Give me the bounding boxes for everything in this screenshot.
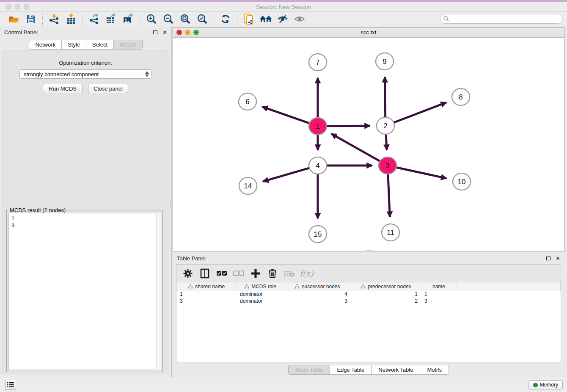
run-mcds-button[interactable]: Run MCDS <box>43 84 83 93</box>
network-window-titlebar[interactable]: ✕ − + scc.txt <box>173 28 564 38</box>
function-builder-button[interactable]: f(x) <box>301 268 312 279</box>
graph-node-11[interactable]: 11 <box>382 224 399 241</box>
mcds-result-text[interactable]: 1 3 <box>8 213 161 370</box>
table-close-icon[interactable]: ✕ <box>556 255 560 262</box>
close-panel-button[interactable]: Close panel <box>88 84 128 93</box>
graph-edge-2-3[interactable] <box>386 135 387 150</box>
graph-edge-2-9[interactable] <box>385 77 385 117</box>
window-title: Session: New Session <box>0 4 567 10</box>
open-folder-icon <box>8 14 19 24</box>
graph-node-15[interactable]: 15 <box>309 226 327 243</box>
network-canvas[interactable]: 7968124314101511 <box>173 38 564 251</box>
import-table-button[interactable] <box>64 13 78 25</box>
task-history-button[interactable] <box>5 380 16 390</box>
graph-edge-3-11[interactable] <box>388 174 390 217</box>
graph-edge-1-2[interactable] <box>327 126 370 126</box>
graph-edge-1-6[interactable] <box>262 107 309 123</box>
export-network-icon <box>89 14 100 25</box>
table-settings-button[interactable] <box>182 268 193 279</box>
export-image-icon <box>123 14 134 25</box>
network-close-button[interactable]: ✕ <box>176 30 182 35</box>
column-header-successor-nodes[interactable]: successor nodes <box>284 282 351 291</box>
export-network-button[interactable] <box>87 13 102 25</box>
graph-node-4[interactable]: 4 <box>309 157 327 174</box>
delete-row-button[interactable] <box>267 268 278 279</box>
result-scrollbar[interactable] <box>156 213 161 370</box>
tab-motifs[interactable]: Motifs <box>420 365 449 375</box>
open-session-button[interactable] <box>7 13 21 25</box>
network-maximize-button[interactable]: + <box>193 30 199 35</box>
network-resize-grip[interactable] <box>366 250 372 251</box>
apply-layout-button[interactable] <box>218 13 233 25</box>
export-table-button[interactable] <box>104 13 118 25</box>
graph-node-8[interactable]: 8 <box>452 88 470 105</box>
column-header-shared-name[interactable]: shared name <box>176 282 237 291</box>
graph-node-9[interactable]: 9 <box>376 53 394 70</box>
graph-edge-2-8[interactable] <box>394 102 446 122</box>
svg-text:15: 15 <box>314 230 322 238</box>
clone-network-button[interactable] <box>242 13 256 25</box>
network-minimize-button[interactable]: − <box>185 30 190 35</box>
import-network-button[interactable] <box>47 13 61 25</box>
graph-node-10[interactable]: 10 <box>453 173 471 190</box>
graph-node-7[interactable]: 7 <box>309 54 327 71</box>
first-neighbors-button[interactable] <box>259 13 273 25</box>
column-header-name[interactable]: name <box>421 282 457 291</box>
tab-mcds[interactable]: MCDS <box>114 40 142 50</box>
tab-node-table[interactable]: Node Table <box>288 365 330 375</box>
svg-text:2: 2 <box>383 122 387 130</box>
zoom-in-button[interactable] <box>144 13 159 25</box>
table-float-icon[interactable] <box>546 257 550 260</box>
criterion-dropdown[interactable]: strongly connected component <box>19 69 151 79</box>
tab-select[interactable]: Select <box>86 40 114 50</box>
select-all-button[interactable] <box>216 268 227 279</box>
save-floppy-icon <box>26 14 36 24</box>
graph-node-2[interactable]: 2 <box>377 117 394 134</box>
column-header-mcds-role[interactable]: MCDS role <box>237 282 284 291</box>
deselect-all-button[interactable] <box>233 268 244 279</box>
search-box[interactable] <box>440 14 563 24</box>
criterion-label: Optimization criterion: <box>3 60 168 66</box>
delete-table-button[interactable] <box>284 268 295 279</box>
table-row[interactable]: 1 dominator 4 1 1 <box>176 291 561 298</box>
graph-node-6[interactable]: 6 <box>239 93 256 110</box>
graph-node-3[interactable]: 3 <box>379 157 396 174</box>
graph-edge-3-10[interactable] <box>396 167 446 178</box>
search-area <box>440 14 563 24</box>
float-panel-icon[interactable] <box>153 30 157 34</box>
search-icon <box>443 16 449 22</box>
export-image-button[interactable] <box>121 13 135 25</box>
column-header-predecessor-nodes[interactable]: predecessor nodes <box>351 282 421 291</box>
svg-text:6: 6 <box>245 98 249 106</box>
tab-edge-table[interactable]: Edge Table <box>330 365 372 375</box>
zoom-fit-button[interactable] <box>178 13 193 25</box>
table-row[interactable]: 3 dominator 3 2 3 <box>176 298 561 304</box>
graph-edge-3-1[interactable] <box>331 134 380 161</box>
node-table-container: f(x) shared name MCDS role successor nod… <box>176 264 561 362</box>
column-visibility-button[interactable] <box>199 268 210 279</box>
graph-edge-4-14[interactable] <box>263 168 309 182</box>
hide-selected-button[interactable] <box>275 13 290 25</box>
zoom-selected-icon <box>197 14 208 25</box>
graph-node-14[interactable]: 14 <box>239 177 257 194</box>
save-session-button[interactable] <box>24 13 38 25</box>
close-panel-icon[interactable]: ✕ <box>162 29 167 36</box>
network-view-window: ✕ − + scc.txt 7968124314101511 <box>173 27 564 251</box>
svg-text:8: 8 <box>459 93 462 101</box>
memory-button[interactable]: Memory <box>528 380 563 389</box>
fx-icon: f(x) <box>300 269 314 278</box>
graph-node-1[interactable]: 1 <box>309 118 327 135</box>
svg-text:1: 1 <box>316 122 319 130</box>
svg-text:7: 7 <box>316 58 319 66</box>
two-houses-icon <box>259 14 272 24</box>
tab-style[interactable]: Style <box>62 40 86 50</box>
search-input[interactable] <box>449 16 562 22</box>
titlebar: Session: New Session <box>0 2 567 12</box>
zoom-out-button[interactable] <box>161 13 176 25</box>
tab-network[interactable]: Network <box>29 40 62 50</box>
status-bar: Memory <box>0 377 567 392</box>
show-all-button[interactable] <box>292 13 307 25</box>
add-row-button[interactable] <box>250 268 261 279</box>
zoom-selected-button[interactable] <box>195 13 209 25</box>
tab-network-table[interactable]: Network Table <box>372 365 420 375</box>
